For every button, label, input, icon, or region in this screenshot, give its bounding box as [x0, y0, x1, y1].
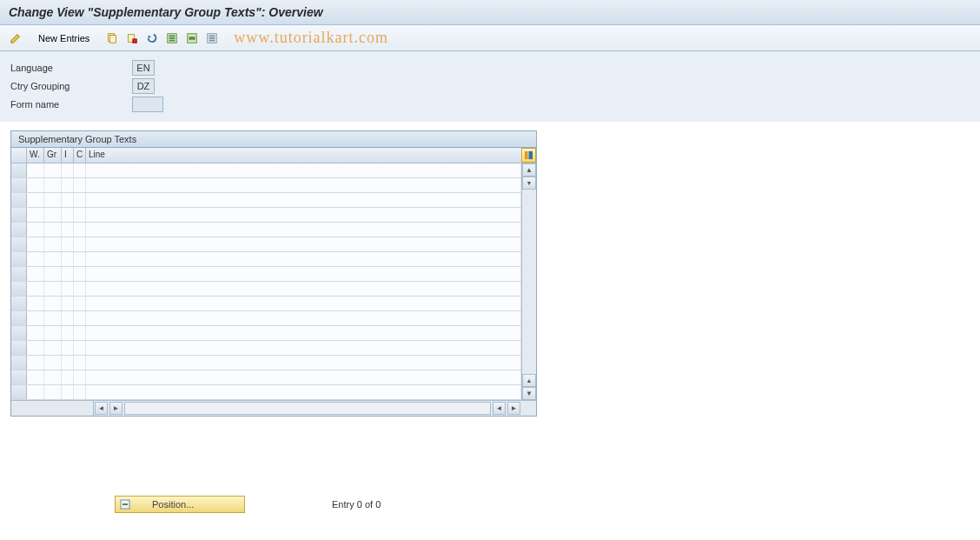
- cell[interactable]: [27, 282, 44, 296]
- cell[interactable]: [44, 178, 62, 192]
- cell[interactable]: [44, 356, 62, 370]
- undo-icon[interactable]: [143, 30, 161, 47]
- cell-line[interactable]: [86, 385, 521, 399]
- cell[interactable]: [62, 356, 74, 370]
- cell[interactable]: [74, 208, 86, 222]
- horizontal-scrollbar[interactable]: ◄ ► ◄ ►: [11, 400, 536, 416]
- cell[interactable]: [62, 341, 74, 355]
- cell-line[interactable]: [86, 282, 521, 296]
- cell[interactable]: [44, 341, 62, 355]
- table-row[interactable]: [11, 223, 521, 237]
- cell[interactable]: [27, 267, 44, 281]
- row-selector[interactable]: [11, 341, 27, 355]
- cell[interactable]: [62, 385, 74, 399]
- cell[interactable]: [44, 311, 62, 325]
- cell-line[interactable]: [86, 311, 521, 325]
- row-selector[interactable]: [11, 252, 27, 266]
- vertical-scrollbar[interactable]: ▲ ▼ ▲ ▼: [521, 163, 536, 400]
- row-selector[interactable]: [11, 267, 27, 281]
- cell[interactable]: [74, 223, 86, 237]
- table-row[interactable]: [11, 326, 521, 341]
- cell-line[interactable]: [86, 237, 521, 251]
- cell[interactable]: [27, 385, 44, 399]
- cell[interactable]: [27, 178, 44, 192]
- cell[interactable]: [62, 163, 74, 177]
- cell[interactable]: [62, 193, 74, 207]
- cell[interactable]: [62, 282, 74, 296]
- cell-line[interactable]: [86, 370, 521, 384]
- table-row[interactable]: [11, 297, 521, 311]
- form-name-field[interactable]: [132, 97, 163, 112]
- cell[interactable]: [74, 282, 86, 296]
- row-selector[interactable]: [11, 223, 27, 237]
- row-selector[interactable]: [11, 311, 27, 325]
- scroll-pagedown-icon[interactable]: ▲: [522, 374, 536, 387]
- ctry-grouping-field[interactable]: [132, 78, 155, 94]
- cell-line[interactable]: [86, 223, 521, 237]
- cell[interactable]: [27, 237, 44, 251]
- scroll-right-icon[interactable]: ►: [507, 402, 520, 415]
- cell-line[interactable]: [86, 208, 521, 222]
- cell[interactable]: [27, 252, 44, 266]
- row-selector[interactable]: [11, 370, 27, 384]
- scroll-left-icon[interactable]: ◄: [95, 402, 108, 415]
- row-selector[interactable]: [11, 178, 27, 192]
- col-header-c[interactable]: C: [74, 148, 86, 163]
- cell[interactable]: [74, 297, 86, 310]
- cell[interactable]: [27, 341, 44, 355]
- cell[interactable]: [44, 385, 62, 399]
- cell[interactable]: [62, 311, 74, 325]
- cell[interactable]: [44, 282, 62, 296]
- cell[interactable]: [44, 193, 62, 207]
- scroll-up-icon[interactable]: ▲: [522, 163, 536, 177]
- col-header-i[interactable]: I: [62, 148, 74, 163]
- new-entries-button[interactable]: New Entries: [30, 30, 97, 46]
- cell[interactable]: [27, 356, 44, 370]
- table-row[interactable]: [11, 208, 521, 223]
- cell[interactable]: [27, 326, 44, 340]
- row-selector[interactable]: [11, 163, 27, 177]
- cell[interactable]: [74, 385, 86, 399]
- cell[interactable]: [62, 252, 74, 266]
- cell[interactable]: [74, 326, 86, 340]
- cell-line[interactable]: [86, 252, 521, 266]
- table-row[interactable]: [11, 193, 521, 208]
- table-row[interactable]: [11, 267, 521, 282]
- cell[interactable]: [62, 267, 74, 281]
- cell[interactable]: [44, 223, 62, 237]
- cell-line[interactable]: [86, 267, 521, 281]
- col-header-w[interactable]: W.: [27, 148, 44, 163]
- cell[interactable]: [27, 193, 44, 207]
- col-header-line[interactable]: Line: [86, 148, 536, 163]
- table-row[interactable]: [11, 252, 521, 267]
- cell[interactable]: [74, 267, 86, 281]
- table-row[interactable]: [11, 356, 521, 370]
- row-selector[interactable]: [11, 297, 27, 310]
- cell[interactable]: [27, 223, 44, 237]
- cell[interactable]: [44, 370, 62, 384]
- cell[interactable]: [62, 178, 74, 192]
- cell[interactable]: [62, 237, 74, 251]
- cell[interactable]: [27, 311, 44, 325]
- table-row[interactable]: [11, 163, 521, 178]
- row-selector-header[interactable]: [11, 148, 27, 163]
- cell-line[interactable]: [86, 341, 521, 355]
- language-field[interactable]: [132, 60, 155, 76]
- row-selector[interactable]: [11, 193, 27, 207]
- cell[interactable]: [62, 223, 74, 237]
- cell-line[interactable]: [86, 163, 521, 177]
- select-block-icon[interactable]: [183, 30, 201, 47]
- table-config-icon[interactable]: [521, 148, 536, 163]
- col-header-gr[interactable]: Gr: [44, 148, 62, 163]
- hscroll-track[interactable]: [124, 402, 491, 415]
- scroll-right2-icon[interactable]: ◄: [493, 402, 506, 415]
- cell[interactable]: [74, 370, 86, 384]
- cell-line[interactable]: [86, 326, 521, 340]
- scroll-pageup-icon[interactable]: ▼: [522, 177, 536, 190]
- cell[interactable]: [74, 341, 86, 355]
- edit-icon[interactable]: [7, 30, 24, 47]
- row-selector[interactable]: [11, 237, 27, 251]
- scroll-left2-icon[interactable]: ►: [109, 402, 122, 415]
- cell[interactable]: [44, 237, 62, 251]
- table-row[interactable]: [11, 370, 521, 385]
